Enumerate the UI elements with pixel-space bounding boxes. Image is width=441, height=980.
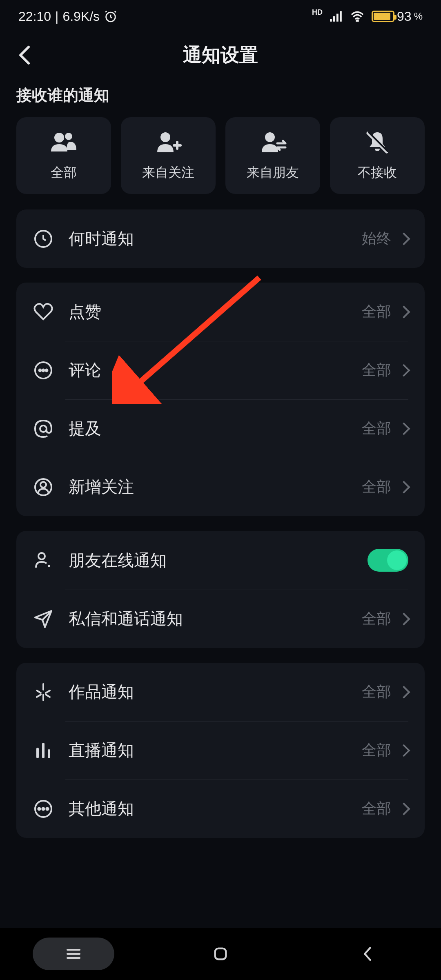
- svg-rect-2: [333, 16, 335, 22]
- chevron-right-icon: [397, 612, 410, 625]
- row-works-value: 全部: [362, 682, 391, 702]
- svg-point-7: [65, 133, 72, 140]
- row-friend-online[interactable]: 朋友在线通知: [16, 531, 425, 590]
- filter-following-label: 来自关注: [142, 164, 194, 182]
- page-header: 通知设置: [0, 33, 441, 78]
- bars-icon: [33, 740, 54, 761]
- person-check-icon: [33, 550, 54, 571]
- row-other-value: 全部: [362, 799, 391, 819]
- chevron-right-icon: [397, 686, 410, 698]
- row-when-notify[interactable]: 何时通知 始终: [16, 209, 425, 268]
- status-bar: 22:10 | 6.9K/s HD 93%: [0, 0, 441, 33]
- hd-indicator: HD: [312, 8, 323, 17]
- row-mention-label: 提及: [69, 417, 362, 440]
- svg-rect-10: [176, 141, 178, 150]
- row-mention-value: 全部: [362, 419, 391, 439]
- page-title: 通知设置: [183, 42, 258, 68]
- sparkle-icon: [33, 682, 54, 703]
- svg-point-18: [46, 369, 48, 371]
- filter-following[interactable]: 来自关注: [121, 117, 216, 194]
- battery-suffix: %: [414, 11, 423, 22]
- status-left: 22:10 | 6.9K/s: [18, 9, 118, 24]
- svg-point-30: [46, 808, 48, 810]
- row-dm-call-label: 私信和通话通知: [69, 608, 362, 630]
- filter-none[interactable]: 不接收: [330, 117, 425, 194]
- toggle-knob: [387, 550, 407, 570]
- svg-point-29: [42, 808, 44, 810]
- at-icon: [33, 418, 54, 439]
- row-new-follow[interactable]: 新增关注 全部: [16, 458, 425, 516]
- row-dm-call[interactable]: 私信和通话通知 全部: [16, 590, 425, 648]
- section-label-whose-notifications: 接收谁的通知: [0, 78, 441, 117]
- back-button[interactable]: [12, 43, 37, 67]
- battery-pct: 93: [397, 9, 412, 24]
- battery-icon: [372, 11, 394, 22]
- row-dm-call-value: 全部: [362, 609, 391, 629]
- wifi-icon: [350, 11, 364, 22]
- svg-point-23: [48, 565, 50, 567]
- person-plus-icon: [154, 131, 183, 154]
- person-circle-icon: [33, 477, 54, 498]
- group-social: 朋友在线通知 私信和通话通知 全部: [16, 531, 425, 648]
- row-when-value: 始终: [362, 229, 391, 249]
- chevron-right-icon: [397, 232, 410, 245]
- chevron-right-icon: [397, 364, 410, 376]
- system-nav-bar: [0, 928, 441, 980]
- filter-none-label: 不接收: [358, 164, 397, 182]
- row-live[interactable]: 直播通知 全部: [16, 721, 425, 780]
- chevron-right-icon: [397, 481, 410, 493]
- status-sep: |: [55, 9, 58, 24]
- row-other[interactable]: 其他通知 全部: [16, 780, 425, 838]
- send-icon: [33, 608, 54, 630]
- svg-rect-4: [340, 11, 342, 22]
- status-right: HD 93%: [312, 9, 423, 24]
- alarm-icon: [104, 9, 118, 23]
- row-mention[interactable]: 提及 全部: [16, 399, 425, 458]
- row-comment-value: 全部: [362, 360, 391, 380]
- status-net-speed: 6.9K/s: [62, 9, 100, 24]
- row-works-label: 作品通知: [69, 681, 362, 703]
- svg-point-21: [40, 482, 46, 488]
- svg-point-16: [39, 369, 41, 371]
- row-comment-label: 评论: [69, 359, 362, 381]
- row-works[interactable]: 作品通知 全部: [16, 663, 425, 721]
- chevron-right-icon: [397, 744, 410, 757]
- person-exchange-icon: [258, 131, 287, 154]
- svg-point-6: [54, 133, 64, 143]
- comment-icon: [33, 360, 54, 381]
- row-new-follow-value: 全部: [362, 477, 391, 497]
- heart-icon: [33, 301, 54, 323]
- battery-indicator: 93%: [372, 9, 423, 24]
- svg-rect-35: [215, 949, 226, 960]
- filter-row: 全部 来自关注 来自朋友 不接收: [0, 117, 441, 209]
- friend-online-toggle[interactable]: [368, 549, 408, 572]
- svg-point-5: [356, 20, 358, 22]
- bell-off-icon: [363, 131, 392, 154]
- svg-point-17: [42, 369, 45, 371]
- row-like-value: 全部: [362, 302, 391, 322]
- filter-friends-label: 来自朋友: [247, 164, 299, 182]
- chevron-right-icon: [397, 305, 410, 318]
- more-circle-icon: [33, 798, 54, 820]
- row-comment[interactable]: 评论 全部: [16, 341, 425, 399]
- filter-all[interactable]: 全部: [16, 117, 111, 194]
- nav-back-button[interactable]: [327, 938, 408, 970]
- status-time: 22:10: [18, 9, 51, 24]
- row-live-value: 全部: [362, 740, 391, 760]
- nav-home-button[interactable]: [180, 938, 261, 970]
- svg-point-22: [38, 553, 45, 559]
- svg-point-28: [38, 808, 40, 810]
- chevron-right-icon: [397, 422, 410, 435]
- group-content: 作品通知 全部 直播通知 全部 其他通知 全部: [16, 663, 425, 838]
- filter-friends[interactable]: 来自朋友: [225, 117, 320, 194]
- svg-point-11: [265, 132, 275, 142]
- group-when: 何时通知 始终: [16, 209, 425, 268]
- row-new-follow-label: 新增关注: [69, 476, 362, 498]
- row-like[interactable]: 点赞 全部: [16, 283, 425, 341]
- svg-rect-3: [336, 14, 339, 22]
- svg-rect-1: [330, 19, 332, 21]
- nav-recents-button[interactable]: [33, 938, 114, 970]
- chevron-right-icon: [397, 802, 410, 815]
- row-friend-online-label: 朋友在线通知: [69, 549, 368, 572]
- people-icon: [49, 131, 78, 154]
